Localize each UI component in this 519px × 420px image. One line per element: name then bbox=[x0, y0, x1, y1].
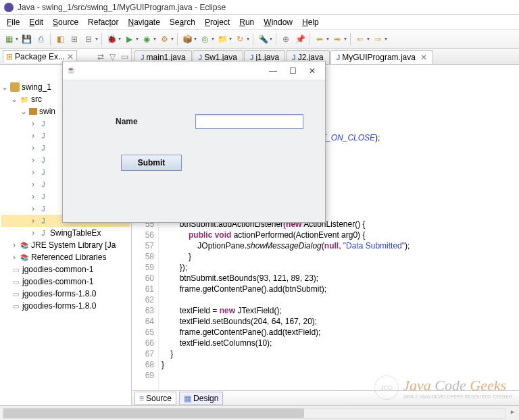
java-file-icon: J bbox=[39, 204, 48, 213]
ext-tools-icon[interactable]: ⚙ bbox=[158, 33, 170, 45]
java-file-icon: J bbox=[39, 155, 48, 165]
java-icon: ☕ bbox=[67, 66, 76, 76]
library-icon: 📚 bbox=[20, 253, 29, 262]
name-label: Name bbox=[116, 117, 138, 126]
toggle-icon[interactable]: ⊞ bbox=[68, 33, 80, 45]
window-title: Java - swing_1/src/swing_1/MyGUIProgram.… bbox=[18, 3, 226, 12]
minimize-icon[interactable]: — bbox=[269, 66, 277, 76]
new-class-icon[interactable]: ◎ bbox=[199, 33, 211, 45]
menu-refactor[interactable]: Refactor bbox=[84, 16, 122, 28]
java-file-icon: J bbox=[39, 167, 48, 177]
swing-window: ☕ — ☐ ✕ Name Submit bbox=[62, 61, 326, 223]
package-icon bbox=[29, 108, 37, 115]
jar-icon: ▭ bbox=[11, 277, 20, 286]
forward-icon[interactable]: ⇒ bbox=[372, 33, 384, 45]
build-icon[interactable]: ⊟ bbox=[82, 33, 95, 45]
watermark-logo: JCG Java Code Geeks JAVA 2 JAVA DEVELOPE… bbox=[374, 375, 512, 400]
debug-icon[interactable]: 🐞 bbox=[105, 33, 118, 45]
coverage-icon[interactable]: ◉ bbox=[141, 33, 153, 45]
toolbar: ▦▾ 💾 ⎙ ◧ ⊞ ⊟▾ 🐞▾ ▶▾ ◉▾ ⚙▾ 📦▾ ◎▾ 📁▾ ↻▾ 🔦▾… bbox=[0, 30, 519, 49]
project-icon bbox=[10, 82, 20, 92]
menubar: File Edit Source Refactor Navigate Searc… bbox=[0, 15, 519, 30]
java-file-icon: J bbox=[39, 180, 48, 189]
new-folder-icon[interactable]: 📁 bbox=[216, 33, 228, 45]
jar-icon: ▭ bbox=[11, 289, 20, 298]
window-titlebar: Java - swing_1/src/swing_1/MyGUIProgram.… bbox=[0, 0, 519, 15]
jar-icon: ▭ bbox=[11, 265, 20, 274]
java-file-icon: J bbox=[39, 143, 48, 153]
menu-project[interactable]: Project bbox=[201, 16, 234, 28]
menu-navigate[interactable]: Navigate bbox=[124, 16, 164, 28]
menu-search[interactable]: Search bbox=[166, 16, 199, 28]
link-editor-icon[interactable]: ⇄ bbox=[97, 52, 104, 61]
java-file-icon: J bbox=[39, 131, 48, 140]
submit-button[interactable]: Submit bbox=[121, 155, 182, 171]
close-icon[interactable]: ✕ bbox=[309, 66, 316, 76]
eclipse-icon bbox=[4, 3, 14, 12]
new-icon[interactable]: ▦ bbox=[3, 33, 15, 45]
next-annotation-icon[interactable]: ➡ bbox=[331, 33, 343, 45]
back-icon[interactable]: ⇐ bbox=[354, 33, 366, 45]
library-icon: 📚 bbox=[20, 240, 29, 250]
java-file-icon: J bbox=[39, 228, 48, 238]
menu-window[interactable]: Window bbox=[260, 16, 297, 28]
name-input[interactable] bbox=[195, 114, 303, 129]
save-icon[interactable]: 💾 bbox=[20, 33, 32, 45]
prev-annotation-icon[interactable]: ⬅ bbox=[314, 33, 326, 45]
tab-design[interactable]: ▦Design bbox=[179, 392, 223, 405]
new-package-icon[interactable]: 📦 bbox=[181, 33, 193, 45]
tab-myguiprogram[interactable]: JMyGUIProgram.java✕ bbox=[330, 50, 433, 64]
saveall-icon[interactable]: ⎙ bbox=[34, 33, 47, 45]
statusbar bbox=[0, 405, 519, 420]
toggle2-icon[interactable]: ⊕ bbox=[280, 33, 292, 45]
swing-titlebar[interactable]: ☕ — ☐ ✕ bbox=[63, 61, 325, 80]
menu-file[interactable]: File bbox=[3, 16, 24, 28]
menu-icon[interactable]: ▭ bbox=[121, 52, 128, 61]
menu-run[interactable]: Run bbox=[235, 16, 258, 28]
run-icon[interactable]: ▶ bbox=[123, 33, 135, 45]
horizontal-scrollbar[interactable] bbox=[3, 408, 505, 419]
maximize-icon[interactable]: ☐ bbox=[289, 66, 297, 76]
collapse-icon[interactable]: ▽ bbox=[109, 52, 116, 61]
folder-icon: 📁 bbox=[20, 95, 29, 104]
java-file-icon: J bbox=[39, 192, 48, 201]
pin-icon[interactable]: 📌 bbox=[294, 33, 306, 45]
jar-icon: ▭ bbox=[11, 301, 20, 311]
java-file-icon: J bbox=[39, 216, 48, 226]
tab-source[interactable]: ≡Source bbox=[134, 392, 176, 405]
java-file-icon: J bbox=[39, 119, 48, 128]
refresh-icon[interactable]: ↻ bbox=[234, 33, 246, 45]
open-type-icon[interactable]: ◧ bbox=[54, 33, 66, 45]
menu-edit[interactable]: Edit bbox=[25, 16, 47, 28]
menu-help[interactable]: Help bbox=[298, 16, 323, 28]
menu-source[interactable]: Source bbox=[49, 16, 82, 28]
search-icon[interactable]: 🔦 bbox=[257, 33, 269, 45]
